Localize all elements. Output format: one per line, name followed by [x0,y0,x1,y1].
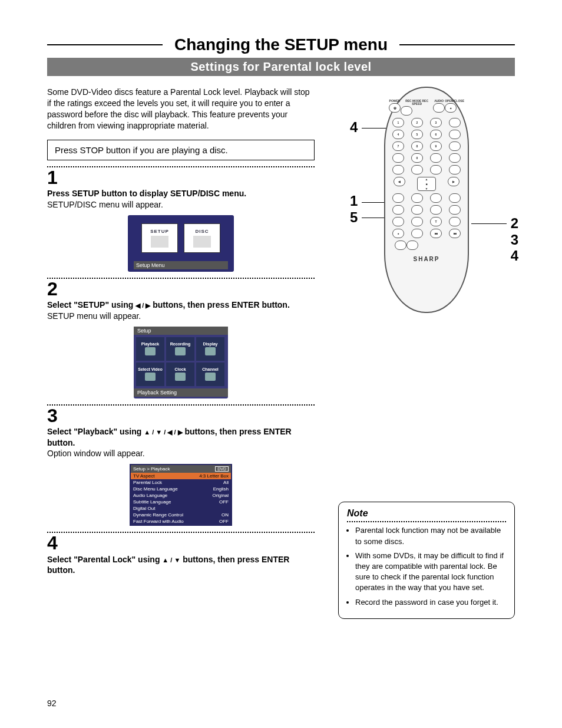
step-2-sub: SETUP menu will appear. [47,311,141,321]
callout-5-left: 5 [350,209,358,226]
page-title: Changing the SETUP menu [163,35,399,54]
press-stop-box: Press STOP button if you are playing a d… [47,140,315,160]
callout-1-left: 1 [350,193,358,209]
step-2-body: Select "SETUP" using ◀ / ▶ buttons, then… [47,299,315,322]
step-3-number: 3 [47,406,315,426]
playback-menu-graphic: Setup > PlaybackDVD TV Aspect4:3 Letter … [130,464,232,526]
callouts-right: 2 3 4 [511,215,518,264]
setup-disc-menu-graphic: SETUP DISC Setup Menu [128,215,234,272]
step-3-sub: Option window will appear. [47,449,145,458]
note-item: Parental lock function may not be availa… [355,525,506,546]
step-2-number: 2 [47,279,315,299]
up-down-arrow-icon: ▲ / ▼ [162,556,180,564]
step-1-title: Press SETUP button to display SETUP/DISC… [47,189,246,198]
step-3-body: Select "Playback" using ▲ / ▼ / ◀ / ▶ bu… [47,426,315,460]
step-1-body: Press SETUP button to display SETUP/DISC… [47,188,315,210]
setup-grid-menu-graphic: Setup Playback Recording Display Select … [134,327,228,398]
note-title: Note [347,507,506,520]
note-item: Record the password in case you forget i… [355,597,506,608]
all-arrows-icon: ▲ / ▼ / ◀ / ▶ [144,429,182,436]
page-title-bar: Changing the SETUP menu [47,35,515,54]
step-1-number: 1 [47,167,315,188]
step-4-body: Select "Parental Lock" using ▲ / ▼ butto… [47,554,315,577]
step-1-sub: SETUP/DISC menu will appear. [47,200,163,209]
intro-text: Some DVD-Video discs feature a Parental … [47,87,315,131]
left-right-arrow-icon: ◀ / ▶ [135,302,150,309]
remote-control-illustration: POWER⏻ REC MODE REC SPEED AUDIO OPEN/CLO… [384,87,469,313]
page-number: 92 [47,699,57,708]
note-box: Note Parental lock function may not be a… [338,502,515,619]
remote-brand: SHARP [385,256,468,262]
callout-4-left: 4 [350,119,358,136]
page-subtitle: Settings for Parental lock level [47,58,515,76]
note-item: With some DVDs, it may be difficult to f… [355,551,506,594]
step-4-number: 4 [47,533,315,554]
